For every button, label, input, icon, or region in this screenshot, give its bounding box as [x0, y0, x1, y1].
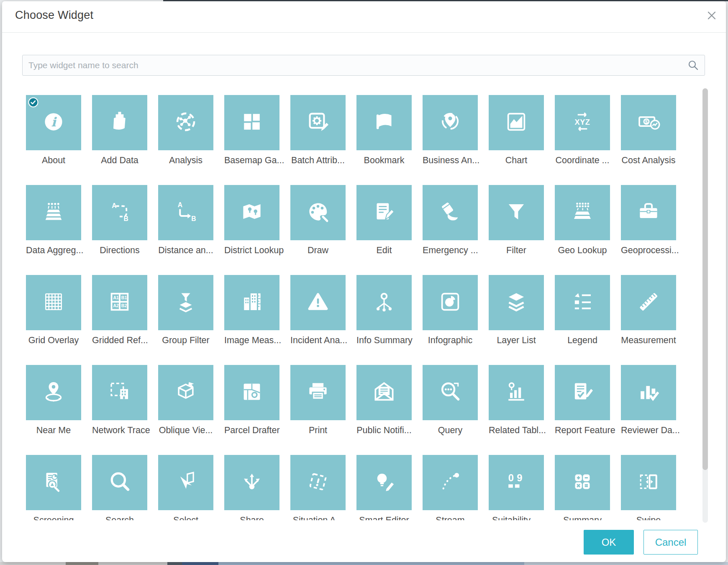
widget-tile-coordinate[interactable]: XYZCoordinate ... — [555, 95, 610, 185]
widget-tile-related-tabl[interactable]: Related Tabl... — [489, 365, 544, 455]
widget-tile-district-lookup[interactable]: District Lookup — [224, 185, 279, 275]
widget-tile-geo-lookup[interactable]: Geo Lookup — [555, 185, 610, 275]
widget-tile-basemap-ga[interactable]: Basemap Ga... — [224, 95, 279, 185]
widget-tile-about[interactable]: iAbout — [26, 95, 81, 185]
widget-tile-near-me[interactable]: Near Me — [26, 365, 81, 455]
widget-icon-tile[interactable] — [92, 95, 147, 150]
widget-icon-tile[interactable] — [158, 95, 213, 150]
widget-icon-tile[interactable] — [555, 185, 610, 240]
search-input[interactable] — [22, 55, 705, 76]
widget-tile-business-an[interactable]: Business An... — [423, 95, 478, 185]
widget-icon-tile[interactable]: AB — [158, 185, 213, 240]
widget-icon-tile[interactable] — [92, 365, 147, 420]
widget-tile-edit[interactable]: Edit — [356, 185, 412, 275]
widget-icon-tile[interactable] — [158, 455, 213, 510]
widget-icon-tile[interactable] — [555, 365, 610, 420]
widget-icon-tile[interactable] — [158, 275, 213, 330]
widget-icon-tile[interactable]: $ — [621, 95, 676, 150]
widget-tile-emergency[interactable]: Emergency ... — [423, 185, 478, 275]
widget-icon-tile[interactable] — [224, 185, 279, 240]
widget-tile-swipe[interactable]: Swipe — [621, 455, 676, 520]
widget-tile-analysis[interactable]: Analysis — [158, 95, 213, 185]
widget-tile-add-data[interactable]: Add Data — [92, 95, 147, 185]
widget-icon-tile[interactable] — [489, 365, 544, 420]
widget-tile-info-summary[interactable]: Info Summary — [356, 275, 412, 365]
widget-icon-tile[interactable] — [290, 365, 346, 420]
widget-tile-suitability[interactable]: 09Suitability ... — [489, 455, 544, 520]
widget-tile-group-filter[interactable]: Group Filter — [158, 275, 213, 365]
scrollbar-thumb[interactable] — [702, 88, 708, 470]
widget-icon-tile[interactable] — [423, 95, 478, 150]
widget-tile-gridded-ref[interactable]: A1B1A2B2Gridded Ref... — [92, 275, 147, 365]
widget-tile-search[interactable]: Search — [92, 455, 147, 520]
close-button[interactable] — [704, 8, 719, 23]
widget-icon-tile[interactable] — [621, 455, 676, 510]
widget-tile-batch-attrib[interactable]: Batch Attrib... — [290, 95, 346, 185]
widget-tile-measurement[interactable]: Measurement — [621, 275, 676, 365]
widget-icon-tile[interactable] — [356, 365, 412, 420]
widget-tile-data-aggreg[interactable]: Data Aggreg... — [26, 185, 81, 275]
widget-icon-tile[interactable] — [555, 275, 610, 330]
widget-icon-tile[interactable]: AB — [92, 185, 147, 240]
widget-tile-public-notifi[interactable]: Public Notifi... — [356, 365, 412, 455]
widget-icon-tile[interactable] — [224, 455, 279, 510]
widget-tile-chart[interactable]: Chart — [489, 95, 544, 185]
widget-icon-tile[interactable]: A1B1A2B2 — [92, 275, 147, 330]
widget-icon-tile[interactable] — [356, 95, 412, 150]
widget-tile-reviewer-da[interactable]: Reviewer Da... — [621, 365, 676, 455]
widget-tile-directions[interactable]: ABDirections — [92, 185, 147, 275]
widget-icon-tile[interactable]: XYZ — [555, 95, 610, 150]
widget-tile-oblique-vie[interactable]: Oblique Vie... — [158, 365, 213, 455]
widget-icon-tile[interactable] — [621, 275, 676, 330]
widget-icon-tile[interactable] — [489, 185, 544, 240]
widget-tile-geoprocessi[interactable]: Geoprocessi... — [621, 185, 676, 275]
widget-icon-tile[interactable] — [621, 365, 676, 420]
cancel-button[interactable]: Cancel — [643, 530, 698, 555]
widget-icon-tile[interactable] — [356, 185, 412, 240]
widget-icon-tile[interactable] — [158, 365, 213, 420]
widget-tile-incident-ana[interactable]: Incident Ana... — [290, 275, 346, 365]
widget-icon-tile[interactable] — [92, 455, 147, 510]
widget-tile-report-feature[interactable]: Report Feature — [555, 365, 610, 455]
widget-tile-screening[interactable]: Screening — [26, 455, 81, 520]
widget-icon-tile[interactable] — [224, 275, 279, 330]
widget-icon-tile[interactable] — [224, 365, 279, 420]
widget-tile-cost-analysis[interactable]: $Cost Analysis — [621, 95, 676, 185]
widget-tile-share[interactable]: Share — [224, 455, 279, 520]
widget-tile-smart-editor[interactable]: Smart Editor — [356, 455, 412, 520]
widget-icon-tile[interactable] — [356, 455, 412, 510]
widget-tile-layer-list[interactable]: Layer List — [489, 275, 544, 365]
widget-icon-tile[interactable] — [423, 365, 478, 420]
ok-button[interactable]: OK — [584, 530, 634, 555]
widget-icon-tile[interactable] — [356, 275, 412, 330]
widget-tile-filter[interactable]: Filter — [489, 185, 544, 275]
widget-icon-tile[interactable] — [26, 185, 81, 240]
widget-tile-network-trace[interactable]: Network Trace — [92, 365, 147, 455]
widget-icon-tile[interactable] — [290, 275, 346, 330]
widget-tile-summary[interactable]: Summary — [555, 455, 610, 520]
widget-icon-tile[interactable] — [423, 455, 478, 510]
widget-icon-tile[interactable] — [224, 95, 279, 150]
widget-icon-tile[interactable]: 09 — [489, 455, 544, 510]
widget-tile-draw[interactable]: Draw — [290, 185, 346, 275]
widget-icon-tile[interactable] — [290, 455, 346, 510]
widget-icon-tile[interactable]: i — [26, 95, 81, 150]
widget-icon-tile[interactable] — [26, 455, 81, 510]
widget-icon-tile[interactable] — [621, 185, 676, 240]
widget-icon-tile[interactable] — [423, 185, 478, 240]
widget-icon-tile[interactable] — [26, 275, 81, 330]
widget-tile-print[interactable]: Print — [290, 365, 346, 455]
widget-tile-grid-overlay[interactable]: Grid Overlay — [26, 275, 81, 365]
widget-icon-tile[interactable] — [489, 95, 544, 150]
widget-icon-tile[interactable] — [290, 95, 346, 150]
widget-tile-distance-an[interactable]: ABDistance an... — [158, 185, 213, 275]
widget-tile-select[interactable]: Select — [158, 455, 213, 520]
widget-tile-infographic[interactable]: Infographic — [423, 275, 478, 365]
search-icon[interactable] — [688, 60, 699, 71]
widget-icon-tile[interactable] — [423, 275, 478, 330]
widget-tile-legend[interactable]: Legend — [555, 275, 610, 365]
widget-icon-tile[interactable] — [555, 455, 610, 510]
widget-tile-bookmark[interactable]: Bookmark — [356, 95, 412, 185]
widget-icon-tile[interactable] — [26, 365, 81, 420]
widget-icon-tile[interactable] — [290, 185, 346, 240]
